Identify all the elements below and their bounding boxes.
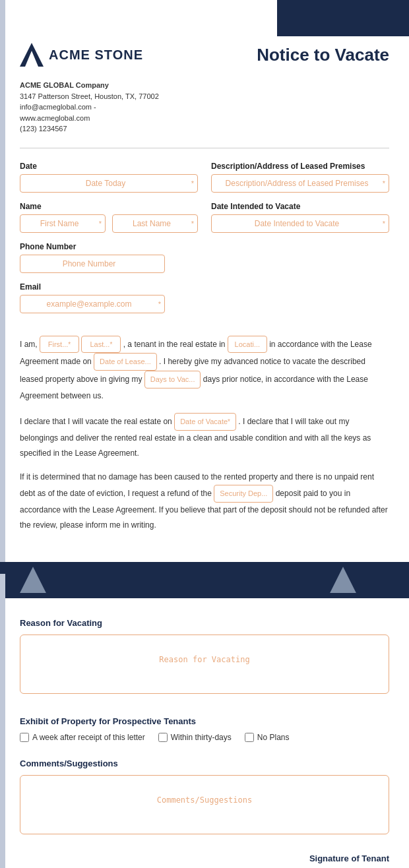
email-row: Email * — [20, 282, 389, 313]
name-inputs-row: * * — [20, 214, 198, 233]
form-section: Date * Description/Address of Leased Pre… — [0, 155, 409, 329]
reason-section: Reason for Vacating — [0, 598, 409, 703]
company-info: ACME GLOBAL Company 3147 Patterson Stree… — [0, 77, 409, 141]
paragraph-3: If it is determined that no damage has b… — [20, 470, 389, 532]
body-last-field[interactable]: Last...* — [81, 336, 121, 354]
paragraph-2: I declare that I will vacate the real es… — [20, 413, 389, 460]
body-location-field[interactable]: Locati... — [228, 336, 267, 354]
description-input[interactable] — [211, 174, 389, 193]
logo-icon — [20, 43, 44, 67]
phone-input[interactable] — [20, 255, 165, 273]
comments-section: Comments/Suggestions — [0, 749, 409, 844]
firstname-input[interactable] — [20, 214, 106, 233]
date-description-row: Date * Description/Address of Leased Pre… — [20, 162, 389, 193]
date-input[interactable] — [20, 174, 198, 193]
exhibit-checkbox-3[interactable] — [245, 733, 254, 742]
datevacate-col: Date Intended to Vacate * — [211, 202, 389, 233]
datevacate-wrapper: * — [211, 214, 389, 233]
date-wrapper: * — [20, 174, 198, 193]
top-decorative-bar — [277, 0, 409, 36]
company-address: 3147 Patterson Street, Houston, TX, 7700… — [20, 91, 389, 102]
left-accent-bar-lower — [0, 574, 5, 868]
name-col: Name * * — [20, 202, 198, 233]
phone-label: Phone Number — [20, 242, 389, 251]
left-accent-bar — [0, 0, 5, 567]
body-text-tenant: , a tenant in the real estate in — [123, 339, 226, 348]
description-col: Description/Address of Leased Premises * — [211, 162, 389, 193]
company-email: info@acmeglobal.com - — [20, 102, 389, 113]
exhibit-label: Exhibit of Property for Prospective Tena… — [20, 716, 389, 726]
signature-label: Signature of Tenant — [20, 853, 389, 863]
exhibit-option-1-label: A week after receipt of this letter — [32, 733, 145, 742]
lastname-wrapper: * — [112, 214, 198, 233]
body-first-field[interactable]: First...* — [40, 336, 79, 354]
company-name: ACME GLOBAL Company — [20, 80, 389, 91]
phone-row: Phone Number — [20, 242, 389, 273]
exhibit-option-2[interactable]: Within thirty-days — [158, 733, 232, 742]
body-text-iam: I am, — [20, 339, 38, 348]
doc-title: Notice to Vacate — [257, 45, 389, 65]
signature-section: Signature of Tenant — [0, 844, 409, 868]
logo-text: ACME STONE — [49, 47, 143, 63]
datevacate-label: Date Intended to Vacate — [211, 202, 389, 211]
company-phone: (123) 1234567 — [20, 123, 389, 135]
reason-textarea[interactable] — [20, 635, 389, 694]
name-datevacate-row: Name * * Date Intended to Vacate * — [20, 202, 389, 233]
reason-label: Reason for Vacating — [20, 618, 389, 628]
name-label: Name — [20, 202, 198, 211]
body-leasedate-field[interactable]: Date of Lease... — [94, 353, 157, 371]
body-text-declare: I declare that I will vacate the real es… — [20, 417, 172, 426]
exhibit-section: Exhibit of Property for Prospective Tena… — [0, 703, 409, 749]
email-label: Email — [20, 282, 389, 292]
body-days-field[interactable]: Days to Vac... — [144, 371, 201, 388]
body-security-field[interactable]: Security Dep... — [214, 485, 273, 503]
logo: ACME STONE — [20, 43, 143, 67]
svg-marker-0 — [20, 43, 44, 67]
header-divider — [20, 148, 389, 148]
description-label: Description/Address of Leased Premises — [211, 162, 389, 171]
firstname-wrapper: * — [20, 214, 106, 233]
bottom-banner — [0, 562, 409, 598]
body-text: I am, First...* Last...* , a tenant in t… — [0, 329, 409, 549]
description-wrapper: * — [211, 174, 389, 193]
email-input[interactable] — [20, 295, 165, 313]
company-website: www.acmeglobal.com — [20, 113, 389, 124]
exhibit-options: A week after receipt of this letter With… — [20, 733, 389, 742]
datevacate-input[interactable] — [211, 214, 389, 233]
exhibit-checkbox-1[interactable] — [20, 733, 29, 742]
phone-wrapper — [20, 255, 165, 273]
paragraph-1: I am, First...* Last...* , a tenant in t… — [20, 336, 389, 404]
exhibit-option-1[interactable]: A week after receipt of this letter — [20, 733, 145, 742]
body-vacatedate-field[interactable]: Date of Vacate* — [174, 413, 236, 431]
lastname-input[interactable] — [112, 214, 198, 233]
exhibit-checkbox-2[interactable] — [158, 733, 168, 742]
exhibit-option-3-label: No Plans — [257, 733, 290, 742]
date-label: Date — [20, 162, 198, 171]
date-col: Date * — [20, 162, 198, 193]
comments-textarea[interactable] — [20, 775, 389, 834]
comments-label: Comments/Suggestions — [20, 759, 389, 768]
email-wrapper: * — [20, 295, 165, 313]
exhibit-option-2-label: Within thirty-days — [171, 733, 232, 742]
exhibit-option-3[interactable]: No Plans — [245, 733, 290, 742]
